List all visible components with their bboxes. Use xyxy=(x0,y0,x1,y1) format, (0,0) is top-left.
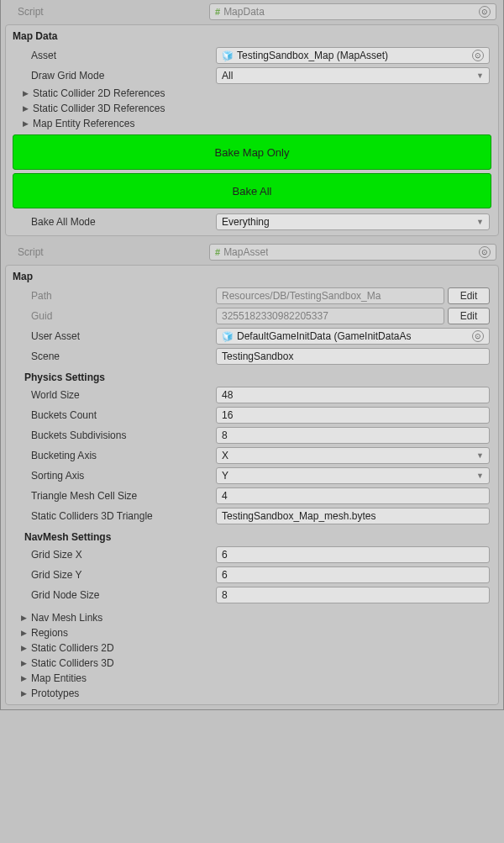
asset-icon: 🧊 xyxy=(222,331,234,342)
arrow-right-icon: ▶ xyxy=(19,689,28,698)
foldout-label: Regions xyxy=(31,627,68,639)
bakeallmode-value: Everything xyxy=(222,216,270,228)
asset-object-field[interactable]: 🧊 TestingSandbox_Map (MapAsset) ⊙ xyxy=(216,47,490,64)
bake-all-button[interactable]: Bake All xyxy=(13,173,491,208)
drawgridmode-label: Draw Grid Mode xyxy=(31,70,104,82)
worldsize-label: World Size xyxy=(31,389,80,401)
bakeallmode-row: Bake All Mode Everything ▼ xyxy=(8,212,496,232)
worldsize-input[interactable]: 48 xyxy=(216,387,490,403)
bucketscount-input[interactable]: 16 xyxy=(216,407,490,424)
foldout-static3d[interactable]: ▶ Static Colliders 3D xyxy=(8,656,496,671)
foldout-label: Static Collider 3D References xyxy=(33,103,165,114)
drawgridmode-select[interactable]: All ▼ xyxy=(216,67,490,84)
script-value: MapAsset xyxy=(223,246,268,258)
bucketingaxis-value: X xyxy=(222,450,228,461)
map-section: Map Path Resources/DB/TestingSandbox_Ma … xyxy=(5,265,499,705)
statictri-value: TestingSandbox_Map_mesh.bytes xyxy=(222,510,375,522)
gridnode-value: 8 xyxy=(222,589,228,601)
sortingaxis-select[interactable]: Y▼ xyxy=(216,467,490,484)
foldout-static2d-ref[interactable]: ▶ Static Collider 2D References xyxy=(8,86,496,101)
guid-edit-button[interactable]: Edit xyxy=(448,308,490,324)
bucketingaxis-select[interactable]: X▼ xyxy=(216,447,490,464)
bucketssubdiv-input[interactable]: 8 xyxy=(216,427,490,444)
gridy-input[interactable]: 6 xyxy=(216,566,490,583)
sortingaxis-label: Sorting Axis xyxy=(31,470,84,482)
object-picker-icon[interactable]: ⊙ xyxy=(479,6,491,18)
dropdown-icon: ▼ xyxy=(476,218,484,226)
path-label: Path xyxy=(31,290,52,302)
inspector-panel: Script # MapData ⊙ Map Data Asset 🧊 Test… xyxy=(0,0,504,710)
path-field: Resources/DB/TestingSandbox_Ma xyxy=(216,287,444,304)
arrow-right-icon: ▶ xyxy=(19,614,28,622)
foldout-label: Static Colliders 3D xyxy=(31,657,114,669)
gridnode-input[interactable]: 8 xyxy=(216,587,490,603)
mapdata-section: Map Data Asset 🧊 TestingSandbox_Map (Map… xyxy=(5,24,499,236)
bucketingaxis-row: Bucketing Axis X▼ xyxy=(8,445,496,466)
userasset-object-field[interactable]: 🧊 DefaultGameInitData (GameInitDataAs ⊙ xyxy=(216,328,490,345)
trimeshcell-row: Triangle Mesh Cell Size 4 xyxy=(8,486,496,506)
asset-label: Asset xyxy=(31,50,56,61)
object-picker-icon[interactable]: ⊙ xyxy=(472,330,484,342)
foldout-label: Map Entities xyxy=(31,672,87,684)
script-mapdata-field: # MapData ⊙ xyxy=(209,3,496,20)
trimeshcell-label: Triangle Mesh Cell Size xyxy=(31,490,137,502)
scene-label: Scene xyxy=(31,350,60,362)
guid-value: 3255182330982205337 xyxy=(222,310,328,322)
guid-field: 3255182330982205337 xyxy=(216,308,444,324)
arrow-right-icon: ▶ xyxy=(19,644,28,652)
path-edit-button[interactable]: Edit xyxy=(448,287,490,304)
sortingaxis-row: Sorting Axis Y▼ xyxy=(8,466,496,486)
scene-value: TestingSandbox xyxy=(222,350,293,362)
userasset-value: DefaultGameInitData (GameInitDataAs xyxy=(237,330,411,342)
dropdown-icon: ▼ xyxy=(476,472,484,480)
physics-settings-header: Physics Settings xyxy=(8,366,496,385)
foldout-label: Nav Mesh Links xyxy=(31,612,102,624)
guid-row: Guid 3255182330982205337 Edit xyxy=(8,306,496,326)
foldout-static3d-ref[interactable]: ▶ Static Collider 3D References xyxy=(8,101,496,116)
scene-row: Scene TestingSandbox xyxy=(8,346,496,366)
dropdown-icon: ▼ xyxy=(476,71,484,80)
object-picker-icon[interactable]: ⊙ xyxy=(472,50,484,61)
statictri-input[interactable]: TestingSandbox_Map_mesh.bytes xyxy=(216,508,490,524)
foldout-mapentity-ref[interactable]: ▶ Map Entity References xyxy=(8,116,496,131)
foldout-mapentities[interactable]: ▶ Map Entities xyxy=(8,671,496,686)
arrow-right-icon: ▶ xyxy=(21,89,29,97)
worldsize-row: World Size 48 xyxy=(8,385,496,405)
sortingaxis-value: Y xyxy=(222,470,228,482)
bake-map-only-button[interactable]: Bake Map Only xyxy=(13,134,491,170)
bucketscount-value: 16 xyxy=(222,409,233,421)
foldout-static2d[interactable]: ▶ Static Colliders 2D xyxy=(8,640,496,656)
foldout-label: Static Collider 2D References xyxy=(33,87,165,99)
foldout-regions[interactable]: ▶ Regions xyxy=(8,625,496,640)
gridx-input[interactable]: 6 xyxy=(216,546,490,563)
foldout-label: Map Entity References xyxy=(33,118,134,129)
path-row: Path Resources/DB/TestingSandbox_Ma Edit xyxy=(8,286,496,306)
foldout-navmeshlinks[interactable]: ▶ Nav Mesh Links xyxy=(8,610,496,625)
foldout-prototypes[interactable]: ▶ Prototypes xyxy=(8,686,496,701)
dropdown-icon: ▼ xyxy=(476,451,484,460)
bucketscount-label: Buckets Count xyxy=(31,409,97,421)
button-label: Bake Map Only xyxy=(215,146,290,159)
asset-icon: 🧊 xyxy=(222,50,234,61)
object-picker-icon[interactable]: ⊙ xyxy=(479,246,491,258)
bucketscount-row: Buckets Count 16 xyxy=(8,405,496,425)
arrow-right-icon: ▶ xyxy=(19,629,28,637)
arrow-right-icon: ▶ xyxy=(21,119,29,128)
path-value: Resources/DB/TestingSandbox_Ma xyxy=(222,290,381,302)
button-label: Edit xyxy=(460,290,478,302)
gridx-value: 6 xyxy=(222,549,228,561)
mapdata-header: Map Data xyxy=(8,27,496,45)
bucketssubdiv-label: Buckets Subdivisions xyxy=(31,429,126,441)
userasset-row: User Asset 🧊 DefaultGameInitData (GameIn… xyxy=(8,326,496,346)
cs-script-icon: # xyxy=(215,7,220,17)
scene-input[interactable]: TestingSandbox xyxy=(216,348,490,365)
statictri-row: Static Colliders 3D Triangle TestingSand… xyxy=(8,506,496,526)
bakeallmode-select[interactable]: Everything ▼ xyxy=(216,213,490,230)
bucketssubdiv-value: 8 xyxy=(222,429,228,441)
worldsize-value: 48 xyxy=(222,389,233,401)
trimeshcell-input[interactable]: 4 xyxy=(216,487,490,504)
trimeshcell-value: 4 xyxy=(222,490,228,502)
button-label: Edit xyxy=(460,310,478,322)
script-row-mapdata: Script # MapData ⊙ xyxy=(1,0,503,22)
bucketingaxis-label: Bucketing Axis xyxy=(31,450,97,461)
